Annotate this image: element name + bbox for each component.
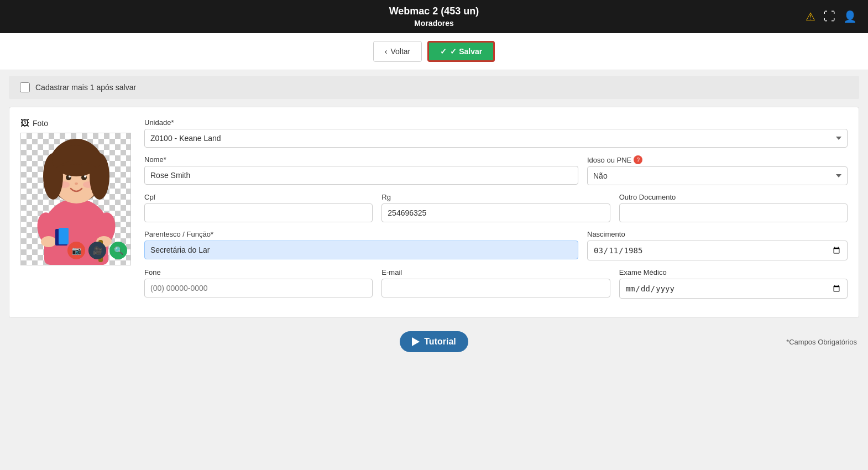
header-icons: ⚠ ⛶ 👤	[806, 9, 857, 24]
form-card: 🖼 Foto	[9, 107, 859, 318]
nascimento-field-group: Nascimento	[587, 230, 848, 260]
svg-point-14	[84, 175, 86, 177]
zoom-button[interactable]: 🔍	[109, 242, 127, 259]
idoso-field-group: Idoso ou PNE ? Não Sim	[587, 155, 848, 185]
idoso-help-icon[interactable]: ?	[634, 155, 642, 164]
parentesco-nascimento-row: Parentesco / Função* Nascimento	[144, 230, 848, 268]
email-label: E-mail	[381, 268, 610, 276]
nome-idoso-row: Nome* Idoso ou PNE ? Não Sim	[144, 155, 848, 193]
salvar-button[interactable]: ✓ ✓ Salvar	[427, 41, 495, 62]
fields-section: Unidade* Z0100 - Keane Land Nome*	[144, 118, 848, 306]
video-button[interactable]: 🎥	[88, 242, 106, 259]
rg-input[interactable]	[381, 203, 610, 222]
fone-input[interactable]	[144, 279, 373, 297]
camera-button[interactable]: 📷	[67, 242, 85, 259]
nome-field-group: Nome*	[144, 155, 578, 185]
cpf-rg-row: Cpf Rg Outro Documento	[144, 193, 848, 230]
parentesco-label: Parentesco / Função*	[144, 230, 578, 238]
checkbox-bar: Cadastrar mais 1 após salvar	[9, 76, 859, 99]
warning-icon[interactable]: ⚠	[806, 10, 815, 23]
rg-field-group: Rg	[381, 193, 610, 222]
check-icon: ✓	[440, 47, 447, 56]
outro-doc-field-group: Outro Documento	[619, 193, 848, 222]
email-field-group: E-mail	[381, 268, 610, 299]
photo-label: 🖼 Foto	[20, 118, 131, 128]
tutorial-label: Tutorial	[424, 337, 456, 347]
toolbar: ‹ Voltar ✓ ✓ Salvar	[0, 33, 868, 70]
cpf-field-group: Cpf	[144, 193, 373, 222]
photo-actions: 📷 🎥 🔍	[64, 239, 130, 262]
expand-icon[interactable]: ⛶	[823, 9, 835, 24]
header-main-title: Webmac 2 (453 un)	[389, 5, 479, 18]
outro-doc-input[interactable]	[619, 203, 848, 222]
cpf-input[interactable]	[144, 203, 373, 222]
cadastrar-mais-checkbox[interactable]	[20, 82, 30, 92]
app-header: Webmac 2 (453 un) Moradores ⚠ ⛶ 👤	[0, 0, 868, 33]
nome-label: Nome*	[144, 155, 578, 164]
tutorial-button[interactable]: Tutorial	[400, 331, 468, 352]
photo-section: 🖼 Foto	[20, 118, 131, 306]
header-sub-title: Moradores	[389, 18, 479, 28]
parentesco-input[interactable]	[144, 241, 578, 259]
form-layout: 🖼 Foto	[20, 118, 848, 306]
outro-doc-label: Outro Documento	[619, 193, 848, 201]
cpf-label: Cpf	[144, 193, 373, 201]
nascimento-input[interactable]	[587, 241, 848, 260]
unidade-select-wrapper: Z0100 - Keane Land	[144, 129, 848, 148]
parentesco-field-group: Parentesco / Função*	[144, 230, 578, 260]
photo-box: 📷 🎥 🔍	[20, 133, 131, 265]
cadastrar-mais-label: Cadastrar mais 1 após salvar	[35, 83, 136, 92]
chevron-left-icon: ‹	[385, 47, 388, 56]
svg-point-6	[41, 236, 56, 247]
voltar-label: Voltar	[390, 47, 410, 56]
fone-field-group: Fone	[144, 268, 373, 299]
unidade-label: Unidade*	[144, 118, 848, 127]
exame-input[interactable]	[619, 279, 848, 299]
idoso-select[interactable]: Não Sim	[587, 166, 848, 185]
salvar-label: ✓ Salvar	[450, 47, 482, 56]
bottom-bar: Tutorial *Campos Obrigatórios	[0, 326, 868, 358]
play-icon	[412, 337, 420, 346]
unidade-field-group: Unidade* Z0100 - Keane Land	[144, 118, 848, 148]
image-icon: 🖼	[20, 118, 29, 128]
exame-field-group: Exame Médico	[619, 268, 848, 299]
fone-email-exame-row: Fone E-mail Exame Médico	[144, 268, 848, 306]
rg-label: Rg	[381, 193, 610, 201]
required-note: *Campos Obrigatórios	[786, 338, 857, 346]
user-icon[interactable]: 👤	[843, 10, 857, 23]
unidade-select[interactable]: Z0100 - Keane Land	[144, 129, 848, 148]
idoso-label: Idoso ou PNE ?	[587, 155, 848, 164]
email-input[interactable]	[381, 279, 610, 297]
exame-label: Exame Médico	[619, 268, 848, 276]
svg-point-17	[75, 182, 78, 185]
voltar-button[interactable]: ‹ Voltar	[373, 41, 422, 62]
nascimento-label: Nascimento	[587, 230, 848, 238]
nome-input[interactable]	[144, 166, 578, 185]
header-title: Webmac 2 (453 un) Moradores	[389, 5, 479, 28]
fone-label: Fone	[144, 268, 373, 276]
